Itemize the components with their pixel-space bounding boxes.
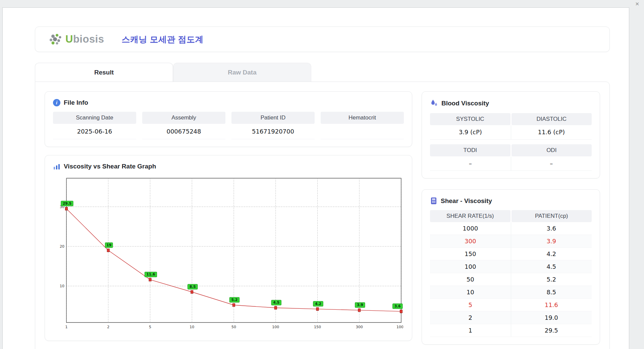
shear-rate-value: 50: [430, 273, 511, 286]
field-value: 2025-06-16: [53, 124, 136, 139]
shear-rate-value: 1: [430, 324, 511, 337]
tab-result[interactable]: Result: [35, 63, 173, 82]
todi-header: TODI: [430, 144, 511, 156]
blood-viscosity-header-row: TODI ODI: [430, 144, 592, 156]
shear-rate-value: 1000: [430, 222, 511, 235]
viscosity-shear-chart: 1251050100150300100010203029.51911.68.55…: [53, 176, 403, 332]
svg-text:5: 5: [149, 325, 151, 329]
diastolic-header: DIASTOLIC: [512, 113, 592, 125]
svg-text:50: 50: [231, 325, 236, 329]
shear-table-row: 108.5: [430, 286, 592, 299]
svg-text:150: 150: [314, 325, 321, 329]
todi-value: –: [430, 156, 511, 170]
logo-text-rest: biosis: [73, 33, 104, 45]
svg-text:10: 10: [60, 284, 64, 288]
svg-text:8.5: 8.5: [190, 285, 196, 289]
file-info-field: Assembly 000675248: [142, 112, 225, 139]
field-value: 51671920700: [231, 124, 315, 139]
shear-rate-value: 300: [430, 235, 511, 247]
odi-value: –: [511, 156, 592, 170]
blood-viscosity-header-row: SYSTOLIC DIASTOLIC: [430, 113, 592, 125]
field-value: 000675248: [142, 124, 225, 139]
diastolic-value: 11.6 (cP): [511, 125, 592, 139]
shear-table-row: 1504.2: [430, 248, 592, 260]
shear-viscosity-title: Shear - Viscosity: [441, 197, 492, 205]
blood-viscosity-card: Blood Viscosity SYSTOLIC DIASTOLIC 3.9 (…: [422, 91, 600, 179]
info-icon: i: [53, 99, 60, 106]
water-drops-icon: [430, 99, 438, 108]
blood-viscosity-section: SYSTOLIC DIASTOLIC 3.9 (cP) 11.6 (cP): [430, 113, 592, 140]
file-info-field: Patient ID 51671920700: [231, 112, 315, 139]
file-info-field: Scanning Date 2025-06-16: [53, 112, 136, 139]
field-label: Scanning Date: [53, 112, 136, 124]
ubiosis-logo-icon: [49, 33, 63, 46]
shear-table-row: 505.2: [430, 273, 592, 286]
shear-table-body: 10003.63003.91504.21004.5505.2108.5511.6…: [430, 222, 592, 337]
calculator-icon: [430, 197, 437, 205]
file-info-card: i File Info Scanning Date 2025-06-16 Ass…: [45, 91, 412, 147]
svg-text:300: 300: [356, 325, 363, 329]
ubiosis-logo: Ubiosis: [49, 33, 104, 46]
patient-viscosity-value: 3.9: [511, 235, 592, 247]
blood-viscosity-title-row: Blood Viscosity: [430, 99, 592, 108]
left-column: i File Info Scanning Date 2025-06-16 Ass…: [45, 91, 412, 345]
svg-text:1: 1: [65, 325, 68, 329]
patient-viscosity-value: 4.2: [511, 248, 592, 260]
graph-title: Viscosity vs Shear Rate Graph: [64, 163, 156, 170]
svg-text:29.5: 29.5: [63, 201, 71, 205]
patient-column-header: PATIENT(cp): [512, 210, 592, 222]
blood-viscosity-value-row: 3.9 (cP) 11.6 (cP): [430, 125, 592, 140]
shear-viscosity-card: Shear - Viscosity SHEAR RATE(1/s) PATIEN…: [422, 189, 600, 345]
shear-table-header: SHEAR RATE(1/s) PATIENT(cp): [430, 210, 592, 222]
page-content: Ubiosis 스캐닝 모세관 점도계 Result Raw Data i Fi…: [3, 8, 629, 349]
bar-chart-icon: [53, 163, 60, 170]
svg-text:19: 19: [106, 243, 111, 247]
field-label: Hematocrit: [321, 112, 404, 124]
svg-text:3.6: 3.6: [394, 304, 401, 308]
shear-rate-value: 150: [430, 248, 511, 260]
odi-header: ODI: [512, 144, 592, 156]
shear-rate-value: 10: [430, 286, 511, 298]
svg-text:5.2: 5.2: [231, 298, 238, 302]
tab-bar: Result Raw Data: [35, 63, 629, 82]
blood-viscosity-value-row: – –: [430, 156, 592, 171]
field-label: Assembly: [142, 112, 225, 124]
blood-viscosity-section: TODI ODI – –: [430, 144, 592, 171]
systolic-value: 3.9 (cP): [430, 125, 511, 139]
field-value: [321, 124, 404, 139]
field-label: Patient ID: [231, 112, 315, 124]
patient-viscosity-value: 4.5: [511, 260, 592, 273]
svg-text:1000: 1000: [396, 325, 403, 329]
svg-text:20: 20: [60, 244, 64, 249]
shear-rate-value: 2: [430, 311, 511, 324]
patient-viscosity-value: 29.5: [511, 324, 592, 337]
svg-text:4.2: 4.2: [315, 302, 321, 306]
file-info-field: Hematocrit: [321, 112, 404, 139]
logo-text-accent: U: [65, 33, 73, 45]
shear-table-row: 10003.6: [430, 222, 592, 235]
chart-wrap: 1251050100150300100010203029.51911.68.55…: [53, 176, 404, 333]
shear-rate-column-header: SHEAR RATE(1/s): [430, 210, 511, 222]
viscosity-graph-card: Viscosity vs Shear Rate Graph 1251050100…: [45, 155, 412, 341]
logo-text: Ubiosis: [65, 33, 104, 45]
tab-raw-data[interactable]: Raw Data: [173, 63, 311, 82]
patient-viscosity-value: 19.0: [511, 311, 592, 324]
patient-viscosity-value: 3.6: [511, 222, 592, 235]
svg-text:100: 100: [272, 325, 279, 329]
blood-viscosity-title: Blood Viscosity: [441, 100, 489, 107]
svg-text:11.6: 11.6: [147, 272, 155, 276]
shear-table-row: 1004.5: [430, 260, 592, 273]
app-title: 스캐닝 모세관 점도계: [121, 34, 203, 45]
header-card: Ubiosis 스캐닝 모세관 점도계: [35, 27, 610, 52]
patient-viscosity-value: 11.6: [511, 299, 592, 311]
svg-text:10: 10: [190, 325, 194, 329]
shear-rate-value: 100: [430, 260, 511, 273]
shear-table-row: 511.6: [430, 299, 592, 311]
result-panel: i File Info Scanning Date 2025-06-16 Ass…: [35, 82, 610, 349]
svg-text:3.9: 3.9: [357, 303, 363, 307]
file-info-title-row: i File Info: [53, 99, 404, 106]
graph-title-row: Viscosity vs Shear Rate Graph: [53, 163, 404, 170]
svg-text:2: 2: [107, 325, 109, 329]
close-icon[interactable]: ✕: [635, 1, 639, 7]
shear-table-row: 3003.9: [430, 235, 592, 248]
